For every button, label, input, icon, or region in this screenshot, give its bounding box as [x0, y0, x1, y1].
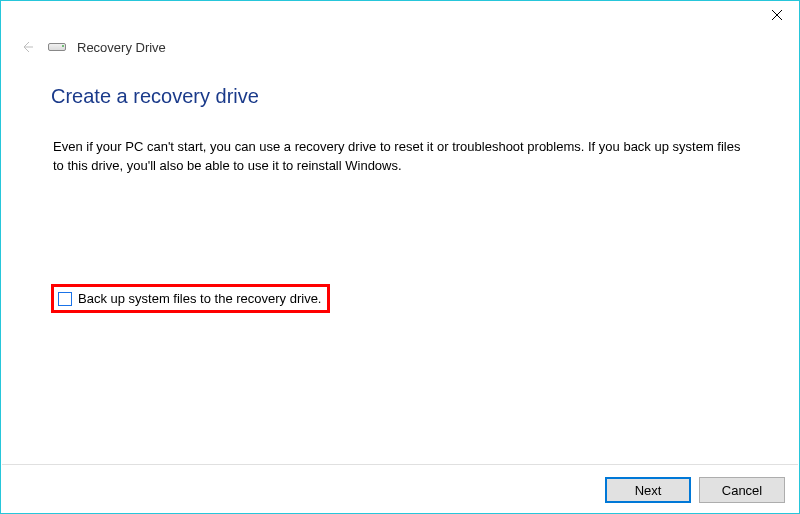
content-area: Create a recovery drive Even if your PC …: [51, 85, 749, 176]
back-arrow-icon: [19, 39, 35, 55]
cancel-button[interactable]: Cancel: [699, 477, 785, 503]
backup-checkbox[interactable]: [58, 292, 72, 306]
next-button[interactable]: Next: [605, 477, 691, 503]
footer-separator: [2, 464, 798, 465]
close-button[interactable]: [754, 1, 799, 29]
drive-icon: [47, 40, 67, 54]
wizard-window: Recovery Drive Create a recovery drive E…: [0, 0, 800, 514]
window-title: Recovery Drive: [77, 40, 166, 55]
close-icon: [771, 9, 783, 21]
page-body-text: Even if your PC can't start, you can use…: [51, 138, 749, 176]
backup-checkbox-row[interactable]: Back up system files to the recovery dri…: [51, 284, 330, 313]
back-button[interactable]: [17, 37, 37, 57]
page-heading: Create a recovery drive: [51, 85, 749, 108]
header-row: Recovery Drive: [17, 37, 166, 57]
backup-checkbox-label: Back up system files to the recovery dri…: [78, 291, 321, 306]
footer-buttons: Next Cancel: [605, 477, 785, 503]
